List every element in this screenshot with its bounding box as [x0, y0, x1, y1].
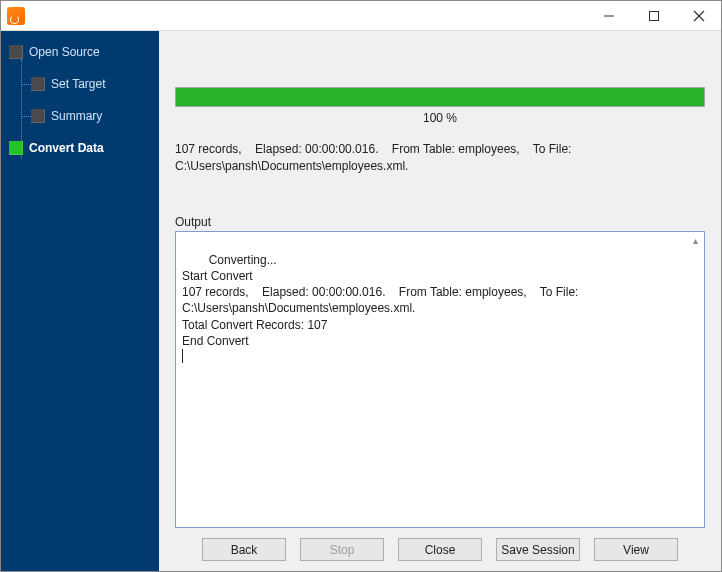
progress-fill [176, 88, 704, 106]
sidebar-item-summary[interactable]: Summary [1, 105, 159, 127]
step-icon [31, 109, 45, 123]
output-label: Output [175, 215, 705, 229]
close-button[interactable]: Close [398, 538, 482, 561]
minimize-icon [603, 10, 615, 22]
sidebar-item-label: Open Source [29, 45, 100, 59]
step-icon [31, 77, 45, 91]
sidebar-item-label: Convert Data [29, 141, 104, 155]
app-icon [7, 7, 25, 25]
button-row: Back Stop Close Save Session View [175, 538, 705, 561]
status-text: 107 records, Elapsed: 00:00:00.016. From… [175, 141, 705, 175]
wizard-sidebar: Open Source Set Target Summary Convert D… [1, 31, 159, 571]
maximize-button[interactable] [631, 1, 676, 30]
close-window-button[interactable] [676, 1, 721, 30]
output-textarea[interactable]: ▴Converting... Start Convert 107 records… [175, 231, 705, 528]
view-button[interactable]: View [594, 538, 678, 561]
text-caret [182, 349, 183, 363]
scroll-up-icon: ▴ [687, 233, 703, 249]
step-icon [9, 45, 23, 59]
progress-section: 100 % [175, 87, 705, 125]
wizard-window: Open Source Set Target Summary Convert D… [0, 0, 722, 572]
main-panel: 100 % 107 records, Elapsed: 00:00:00.016… [159, 31, 721, 571]
save-session-button[interactable]: Save Session [496, 538, 580, 561]
titlebar [1, 1, 721, 31]
sidebar-item-open-source[interactable]: Open Source [1, 41, 159, 63]
sidebar-item-convert-data[interactable]: Convert Data [1, 137, 159, 159]
progress-bar [175, 87, 705, 107]
output-content: Converting... Start Convert 107 records,… [182, 253, 582, 348]
titlebar-left [1, 7, 31, 25]
back-button[interactable]: Back [202, 538, 286, 561]
maximize-icon [649, 11, 659, 21]
titlebar-controls [586, 1, 721, 30]
progress-percent-label: 100 % [175, 111, 705, 125]
sidebar-item-set-target[interactable]: Set Target [1, 73, 159, 95]
sidebar-item-label: Set Target [51, 77, 105, 91]
minimize-button[interactable] [586, 1, 631, 30]
window-body: Open Source Set Target Summary Convert D… [1, 31, 721, 571]
close-icon [693, 10, 705, 22]
sidebar-item-label: Summary [51, 109, 102, 123]
step-icon-active [9, 141, 23, 155]
stop-button[interactable]: Stop [300, 538, 384, 561]
